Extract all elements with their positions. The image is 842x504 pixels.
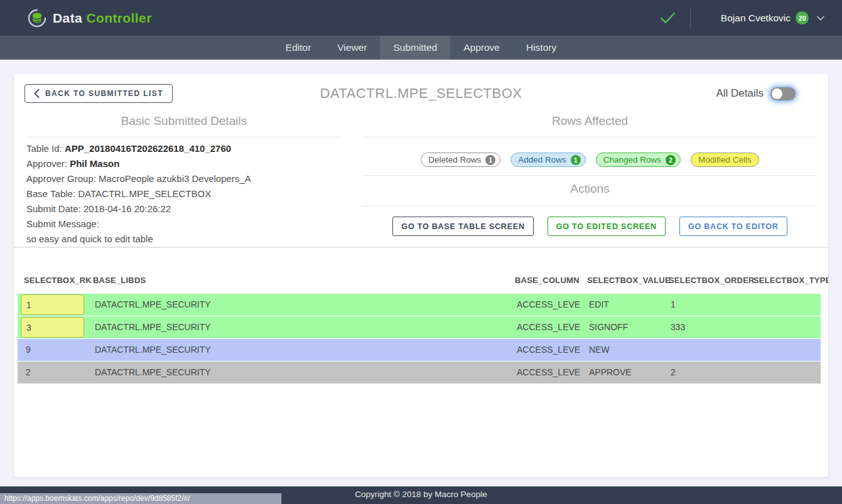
all-details-toggle[interactable] bbox=[770, 87, 796, 100]
col-selectbox-order: SELECTBOX_ORDER bbox=[662, 271, 747, 293]
database-sync-icon bbox=[28, 9, 46, 28]
detail-table-id: Table Id: APP_20180416T202622618_410_276… bbox=[26, 141, 342, 156]
col-selectbox-rk: SELECTBOX_RK bbox=[18, 271, 87, 293]
col-base-column: BASE_COLUMN bbox=[509, 271, 581, 293]
cell[interactable] bbox=[747, 362, 821, 383]
tab-approve[interactable]: Approve bbox=[450, 36, 513, 60]
table-row: 3 DATACTRL.MPE_SECURITY ACCESS_LEVEL SIG… bbox=[18, 316, 821, 338]
basic-details-section: Basic Submitted Details Table Id: APP_20… bbox=[14, 107, 354, 247]
rows-affected-section: Rows Affected Deleted Rows1 Added Rows1 … bbox=[354, 107, 828, 247]
col-selectbox-type: SELECTBOX_TYPE bbox=[747, 271, 828, 293]
table-row: 2 DATACTRL.MPE_SECURITY ACCESS_LEVEL APP… bbox=[18, 362, 821, 383]
header-divider bbox=[690, 7, 691, 29]
app-logo[interactable]: Data Controller bbox=[28, 9, 152, 28]
main-nav: Editor Viewer Submitted Approve History bbox=[0, 36, 842, 60]
changes-table: SELECTBOX_RK BASE_LIBDS BASE_COLUMN SELE… bbox=[18, 271, 821, 383]
cell[interactable]: ACCESS_LEVEL bbox=[509, 294, 581, 316]
tab-editor[interactable]: Editor bbox=[273, 36, 325, 60]
back-to-submitted-list-button[interactable]: BACK TO SUBMITTED LIST bbox=[24, 84, 173, 103]
copyright-text: Copyright © 2018 by Macro People bbox=[355, 490, 487, 499]
cell[interactable]: 1 bbox=[662, 294, 747, 316]
basic-details-heading: Basic Submitted Details bbox=[26, 113, 342, 129]
app-title: Data Controller bbox=[53, 11, 152, 26]
checkmark-icon bbox=[659, 11, 676, 24]
detail-approver: Approver: Phil Mason bbox=[26, 156, 342, 171]
deleted-rows-pill: Deleted Rows1 bbox=[421, 153, 500, 167]
cell[interactable]: SIGNOFF bbox=[581, 316, 662, 338]
actions-heading: Actions bbox=[363, 181, 817, 197]
cell[interactable]: 9 bbox=[18, 339, 87, 361]
submitted-detail-card: BACK TO SUBMITTED LIST DATACTRL.MPE_SELE… bbox=[14, 74, 828, 477]
modified-cells-pill: Modified Cells bbox=[691, 153, 759, 167]
cell[interactable]: NEW bbox=[581, 339, 662, 361]
go-back-to-editor-button[interactable]: GO BACK TO EDITOR bbox=[679, 217, 787, 236]
added-rows-pill: Added Rows1 bbox=[510, 153, 586, 167]
cell[interactable]: 333 bbox=[662, 316, 747, 338]
card-divider bbox=[14, 247, 828, 248]
user-count-badge: 20 bbox=[796, 11, 809, 24]
col-selectbox-value: SELECTBOX_VALUE bbox=[581, 271, 662, 293]
detail-submit-date: Submit Date: 2018-04-16 20:26:22 bbox=[26, 201, 342, 217]
all-details-label: All Details bbox=[716, 87, 764, 100]
tab-viewer[interactable]: Viewer bbox=[324, 36, 380, 60]
go-to-edited-screen-button[interactable]: GO TO EDITED SCREEN bbox=[548, 217, 666, 236]
cell[interactable]: ACCESS_LEVEL bbox=[509, 316, 581, 338]
toggle-knob bbox=[772, 88, 782, 99]
cell[interactable] bbox=[747, 339, 821, 361]
cell[interactable]: DATACTRL.MPE_SECURITY bbox=[87, 362, 509, 383]
cell[interactable] bbox=[747, 294, 821, 316]
cell[interactable]: ACCESS_LEVEL bbox=[509, 362, 581, 383]
modified-cell[interactable]: 1 bbox=[21, 294, 84, 315]
cell[interactable]: 2 bbox=[18, 362, 87, 383]
chevron-left-icon bbox=[34, 89, 40, 98]
detail-approver-group: Approver Group: MacroPeople azukbi3 Deve… bbox=[26, 171, 342, 186]
changed-rows-count-badge: 2 bbox=[666, 155, 676, 165]
cell[interactable]: DATACTRL.MPE_SECURITY bbox=[87, 294, 509, 316]
card-toolbar: BACK TO SUBMITTED LIST DATACTRL.MPE_SELE… bbox=[14, 84, 828, 103]
added-rows-count-badge: 1 bbox=[571, 155, 581, 165]
section-divider bbox=[363, 175, 817, 176]
cell[interactable]: DATACTRL.MPE_SECURITY bbox=[87, 316, 509, 338]
cell[interactable]: 2 bbox=[662, 362, 747, 383]
changed-rows-pill: Changed Rows2 bbox=[596, 153, 681, 167]
tab-history[interactable]: History bbox=[513, 36, 569, 60]
detail-submit-message-label: Submit Message: bbox=[26, 217, 342, 232]
cell[interactable]: APPROVE bbox=[581, 362, 662, 383]
cell[interactable] bbox=[662, 339, 747, 361]
deleted-rows-count-badge: 1 bbox=[485, 155, 495, 165]
table-row: 9 DATACTRL.MPE_SECURITY ACCESS_LEVEL NEW bbox=[18, 339, 821, 361]
cell[interactable]: ACCESS_LEVEL bbox=[509, 339, 581, 361]
modified-cell[interactable]: 3 bbox=[21, 317, 84, 338]
rows-affected-heading: Rows Affected bbox=[363, 113, 817, 129]
table-row: 1 DATACTRL.MPE_SECURITY ACCESS_LEVEL EDI… bbox=[18, 294, 821, 316]
top-bar: Data Controller Bojan Cvetkovic 20 bbox=[0, 0, 842, 36]
tab-submitted[interactable]: Submitted bbox=[380, 36, 450, 60]
col-base-libds: BASE_LIBDS bbox=[87, 271, 509, 293]
user-name[interactable]: Bojan Cvetkovic bbox=[721, 13, 791, 24]
table-header-row: SELECTBOX_RK BASE_LIBDS BASE_COLUMN SELE… bbox=[18, 271, 821, 293]
detail-base-table: Base Table: DATACTRL.MPE_SELECTBOX bbox=[26, 186, 342, 201]
browser-link-preview: https://apps.boemskats.com/apps/repo/dev… bbox=[0, 493, 281, 504]
detail-submit-message-text: so easy and quick to edit table bbox=[26, 232, 342, 247]
chevron-down-icon[interactable] bbox=[817, 16, 824, 21]
section-divider bbox=[26, 137, 342, 137]
section-divider bbox=[363, 137, 817, 137]
back-button-label: BACK TO SUBMITTED LIST bbox=[45, 89, 163, 98]
cell[interactable] bbox=[747, 316, 821, 338]
go-to-base-table-screen-button[interactable]: GO TO BASE TABLE SCREEN bbox=[392, 217, 533, 236]
section-divider bbox=[363, 206, 817, 206]
cell[interactable]: EDIT bbox=[581, 294, 662, 316]
cell[interactable]: DATACTRL.MPE_SECURITY bbox=[87, 339, 509, 361]
